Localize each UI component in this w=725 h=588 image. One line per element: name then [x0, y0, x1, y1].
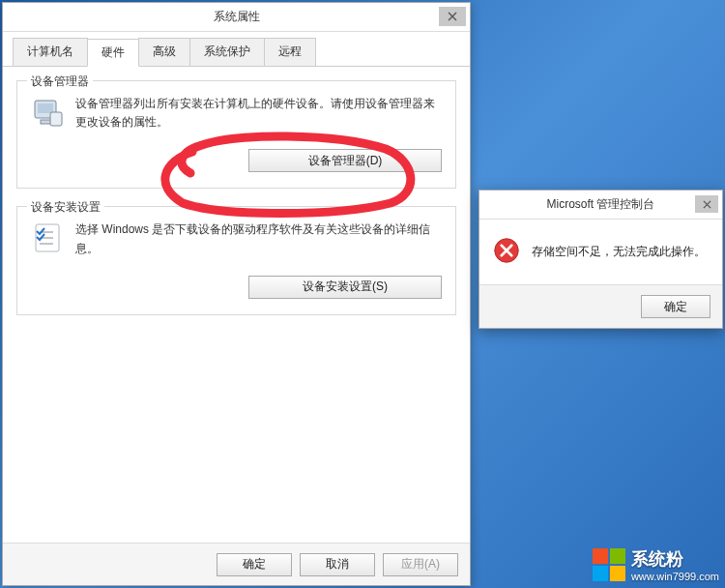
device-install-desc: 选择 Windows 是否下载设备的驱动程序软件及有关这些设备的详细信息。	[75, 220, 442, 257]
tab-strip: 计算机名 硬件 高级 系统保护 远程	[3, 32, 470, 67]
error-icon	[493, 237, 520, 267]
svg-rect-1	[38, 103, 53, 113]
device-manager-legend: 设备管理器	[27, 74, 93, 90]
tab-hardware[interactable]: 硬件	[87, 39, 139, 67]
main-titlebar[interactable]: 系统属性	[3, 3, 470, 32]
svg-rect-3	[50, 112, 62, 126]
tab-system-protection[interactable]: 系统保护	[189, 38, 265, 66]
device-manager-group: 设备管理器 设备管理器列出所有安装在计算机上的硬件设备。请使用设备管理器来更改设…	[16, 80, 456, 189]
main-close-button[interactable]	[439, 7, 466, 26]
error-footer: 确定	[479, 284, 722, 328]
error-body: 存储空间不足，无法完成此操作。	[479, 220, 722, 284]
tab-computer-name[interactable]: 计算机名	[13, 38, 88, 66]
device-install-group: 设备安装设置 选择 Windows 是否下载设备的驱动程序软件及有关这些设备的详…	[16, 206, 456, 314]
main-dialog-footer: 确定 取消 应用(A)	[3, 543, 470, 585]
error-titlebar[interactable]: Microsoft 管理控制台	[479, 191, 722, 220]
device-manager-icon	[31, 95, 66, 130]
error-dialog: Microsoft 管理控制台 存储空间不足，无法完成此操作。 确定	[478, 190, 723, 329]
cancel-button[interactable]: 取消	[300, 553, 375, 576]
ok-button[interactable]: 确定	[217, 553, 292, 576]
watermark-logo-icon	[593, 548, 625, 581]
close-icon	[703, 200, 711, 209]
error-message: 存储空间不足，无法完成此操作。	[532, 244, 709, 260]
watermark-url: www.win7999.com	[631, 571, 719, 582]
device-install-button[interactable]: 设备安装设置(S)	[248, 276, 442, 299]
dialog-body: 设备管理器 设备管理器列出所有安装在计算机上的硬件设备。请使用设备管理器来更改设…	[3, 67, 470, 315]
error-ok-button[interactable]: 确定	[641, 295, 710, 318]
device-manager-button[interactable]: 设备管理器(D)	[248, 149, 442, 172]
tab-remote[interactable]: 远程	[264, 38, 316, 66]
error-close-button[interactable]	[695, 195, 718, 213]
apply-button[interactable]: 应用(A)	[383, 553, 458, 576]
watermark: 系统粉 www.win7999.com	[593, 547, 719, 582]
device-install-legend: 设备安装设置	[27, 199, 104, 216]
device-install-icon	[31, 220, 66, 255]
tab-advanced[interactable]: 高级	[138, 38, 190, 66]
watermark-brand: 系统粉	[631, 547, 719, 571]
main-title: 系统属性	[214, 9, 260, 25]
error-title: Microsoft 管理控制台	[546, 196, 654, 213]
system-properties-dialog: 系统属性 计算机名 硬件 高级 系统保护 远程 设备管理器	[2, 2, 471, 586]
close-icon	[448, 12, 457, 21]
device-manager-desc: 设备管理器列出所有安装在计算机上的硬件设备。请使用设备管理器来更改设备的属性。	[75, 95, 442, 132]
